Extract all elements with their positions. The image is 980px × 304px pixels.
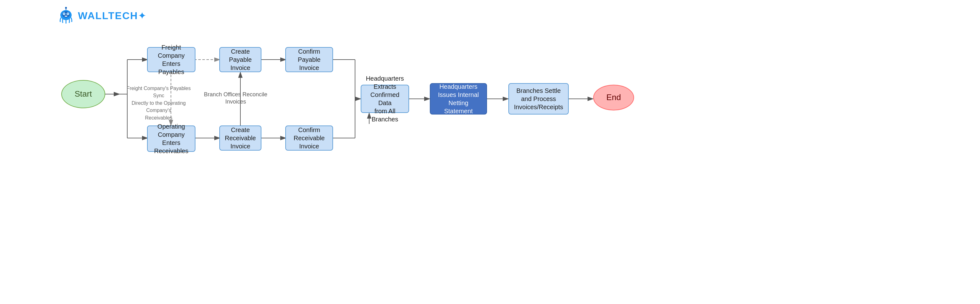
logo-icon	[57, 6, 75, 25]
logo-text: WALLTECH✦	[78, 10, 146, 22]
diagram-container: WALLTECH✦	[0, 0, 980, 304]
reconcile-arrow-label: Branch Offices Reconcile Invoices	[201, 91, 270, 106]
start-node: Start	[61, 80, 105, 108]
branches-settle-node: Branches Settle and Process Invoices/Rec…	[508, 83, 569, 114]
svg-point-5	[67, 13, 68, 14]
sync-arrow-label: Freight Company's Payables Sync Directly…	[124, 85, 193, 122]
svg-point-8	[65, 7, 67, 9]
confirm-receivable-invoice-node: Confirm Receivable Invoice	[285, 125, 333, 150]
confirm-payable-invoice-node: Confirm Payable Invoice	[285, 47, 333, 72]
create-receivable-invoice-node: Create Receivable Invoice	[219, 125, 261, 150]
create-payable-invoice-node: Create Payable Invoice	[219, 47, 261, 72]
hq-extracts-node: Headquarters Extracts Confirmed Data fro…	[361, 85, 409, 113]
hq-issues-netting-node: Headquarters Issues Internal Netting Sta…	[430, 83, 487, 114]
svg-rect-6	[65, 16, 67, 17]
svg-point-4	[64, 13, 65, 14]
operating-enters-receivables-node: Operating Company Enters Receivables	[147, 125, 196, 152]
end-node: End	[593, 85, 634, 111]
freight-enters-payables-node: Freight Company Enters Payables	[147, 47, 196, 72]
logo: WALLTECH✦	[57, 6, 146, 25]
arrows-svg	[0, 0, 980, 304]
